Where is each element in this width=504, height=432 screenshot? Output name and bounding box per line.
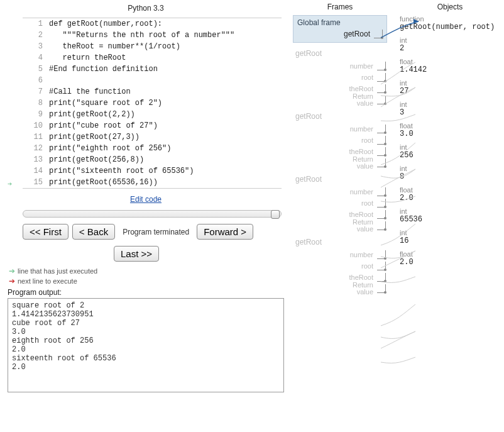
object-value: 16 — [400, 236, 500, 245]
global-var-name: getRoot — [344, 30, 370, 38]
var-slot — [377, 73, 386, 82]
line-number: 1 — [23, 19, 49, 28]
progress-slider[interactable] — [23, 210, 282, 218]
object-type: float — [400, 58, 500, 65]
frame-var-label: root — [361, 74, 373, 81]
var-slot — [377, 187, 386, 196]
frame-var-row: Returnvalue — [293, 283, 386, 294]
code-text: print("cube root of 27") — [49, 121, 158, 130]
code-text: #End function definition — [49, 65, 158, 74]
frame-var-row: root — [293, 260, 386, 272]
frame-var-row: number — [293, 249, 386, 260]
frame-block: getRootnumberroottheRootReturnvalue — [293, 175, 387, 231]
object-value: 65536 — [400, 215, 500, 224]
object: int16 — [400, 229, 500, 245]
frame-name: getRoot — [293, 49, 386, 58]
code-line: 1def getRoot(number,root): — [23, 18, 282, 30]
executed-arrow-icon: ➔ — [9, 267, 15, 275]
var-slot — [377, 136, 386, 145]
object-type: function — [400, 15, 500, 23]
controls: << First < Back Program terminated Forwa… — [23, 224, 288, 262]
object: float2.0 — [400, 250, 500, 267]
code-text: #Call the function — [49, 87, 131, 96]
code-text: theRoot = number**(1/root) — [49, 42, 180, 51]
first-button[interactable]: << First — [23, 224, 68, 240]
code-line: 9print(getRoot(2,2)) — [23, 109, 282, 120]
frame-var-label: Returnvalue — [353, 93, 373, 107]
line-number: 15➔ — [23, 178, 49, 187]
var-slot — [377, 147, 386, 156]
var-slot — [377, 221, 386, 230]
object-type: int — [400, 208, 500, 215]
object: int27 — [400, 79, 500, 96]
global-frame-title: Global frame — [297, 18, 383, 27]
program-output: square root of 2 1.4142135623730951 cube… — [8, 298, 284, 392]
frame-var-label: root — [361, 199, 373, 207]
object: int3 — [400, 101, 500, 117]
frame-var-row: Returnvalue — [293, 157, 386, 169]
frame-var-label: theRoot — [349, 274, 373, 281]
edit-code-link[interactable]: Edit code — [130, 195, 162, 204]
object-value: 8 — [400, 172, 500, 181]
object-value: 2.0 — [400, 258, 500, 267]
frame-var-row: number — [293, 60, 386, 72]
object-value: 2.0 — [400, 194, 500, 202]
code-text: print("sixteenth root of 65536") — [49, 167, 194, 175]
frame-var-label: Returnvalue — [353, 156, 373, 170]
frame-name: getRoot — [293, 112, 386, 121]
frame-name: getRoot — [293, 238, 386, 246]
code-title: Python 3.3 — [4, 4, 288, 13]
code-text: print(getRoot(256,8)) — [49, 155, 144, 164]
current-line-arrow-icon: ➔ — [8, 179, 12, 189]
line-number: 3 — [23, 42, 49, 51]
object-type: int — [400, 229, 500, 236]
code-line: 8print("square root of 2") — [23, 97, 282, 109]
forward-button[interactable]: Forward > — [197, 224, 253, 240]
object-value: 256 — [400, 151, 500, 160]
line-number: 2 — [23, 31, 49, 40]
object: int2 — [400, 36, 500, 53]
global-frame: Global frame getRoot — [293, 15, 387, 43]
code-line: 2 """Returns the nth root of a number""" — [23, 30, 282, 41]
output-label: Program output: — [8, 288, 288, 297]
object-type: int — [400, 143, 500, 151]
frame-var-row: root — [293, 72, 386, 83]
frame-var-row: root — [293, 197, 386, 209]
object: functiongetRoot(number, root) — [400, 15, 500, 31]
back-button[interactable]: < Back — [72, 224, 115, 240]
code-text: def getRoot(number,root): — [49, 19, 162, 28]
line-number: 5 — [23, 65, 49, 74]
var-slot — [377, 250, 386, 259]
object-type: int — [400, 101, 500, 108]
var-slot — [377, 262, 386, 270]
frame-var-label: theRoot — [349, 211, 373, 218]
object: float1.4142 — [400, 58, 500, 74]
var-slot — [377, 284, 386, 293]
frame-name: getRoot — [293, 175, 386, 184]
object-value: 3 — [400, 108, 500, 117]
var-slot — [377, 96, 386, 104]
line-number: 4 — [23, 53, 49, 62]
var-slot — [377, 84, 386, 93]
code-line: 13print(getRoot(256,8)) — [23, 154, 282, 165]
objects-title: Objects — [400, 3, 500, 11]
frames-title: Frames — [293, 3, 387, 11]
slider-thumb[interactable] — [271, 210, 280, 219]
code-text: """Returns the nth root of a number""" — [49, 31, 234, 40]
legend-next: next line to execute — [18, 277, 77, 285]
frame-var-label: Returnvalue — [353, 219, 373, 233]
code-line: 14print("sixteenth root of 65536") — [23, 165, 282, 177]
object-value: 1.4142 — [400, 65, 500, 74]
var-slot — [377, 62, 386, 70]
last-button[interactable]: Last >> — [114, 246, 159, 262]
object-value: 2 — [400, 44, 500, 53]
line-number: 10 — [23, 121, 49, 130]
object: float3.0 — [400, 122, 500, 138]
code-line: 6 — [23, 75, 282, 86]
code-text: print("square root of 2") — [49, 99, 162, 108]
code-line: 12print("eighth root of 256") — [23, 143, 282, 154]
legend: ➔line that has just executed ➔next line … — [9, 267, 288, 285]
code-text: print("eighth root of 256") — [49, 144, 171, 153]
frame-var-label: Returnvalue — [353, 282, 373, 296]
code-text: return theRoot — [49, 53, 126, 62]
